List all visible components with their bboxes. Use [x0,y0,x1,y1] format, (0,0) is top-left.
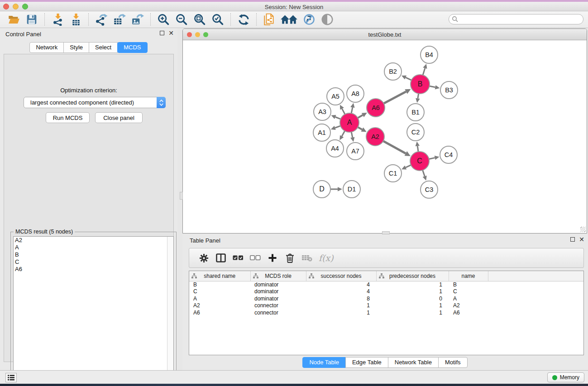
tab-network[interactable]: Network [29,42,64,53]
cell[interactable]: B [189,281,250,288]
zoom-fit-icon[interactable] [192,13,207,26]
cell[interactable]: 4 [306,288,376,295]
edge-B-B2[interactable] [406,77,411,80]
zoom-selected-icon[interactable] [210,13,225,26]
cell[interactable]: 1 [376,309,449,316]
split-view-icon[interactable] [213,250,229,266]
table-settings-icon[interactable] [196,250,212,266]
edge-A-A3[interactable] [335,117,341,119]
tab-edge-table[interactable]: Edge Table [345,357,388,368]
cell[interactable]: connector [250,302,306,310]
import-network-icon[interactable] [50,13,65,26]
cell[interactable]: C [449,288,488,295]
column-header-predecessor-nodes[interactable]: predecessor nodes [376,271,449,281]
tab-network-table[interactable]: Network Table [388,357,439,368]
cell[interactable]: 1 [376,288,449,295]
cell[interactable]: A2 [189,302,250,310]
close-table-panel-icon[interactable]: ✕ [579,237,584,242]
edge-C-C4[interactable] [429,158,435,159]
zoom-out-icon[interactable] [174,13,189,26]
cell[interactable]: A6 [449,309,488,316]
cell[interactable]: 4 [306,281,376,288]
edge-B-B4[interactable] [423,68,425,75]
tab-mcds[interactable]: MCDS [117,42,147,53]
table-row[interactable]: A2connector11A2 [189,302,583,310]
mcds-result-item[interactable]: C [14,258,173,266]
resize-grip-icon[interactable] [580,227,586,232]
close-panel-icon[interactable]: ✕ [168,31,174,35]
import-table-icon[interactable] [68,13,83,26]
home-icon[interactable] [280,13,299,26]
table-row[interactable]: Bdominator41B [189,281,583,288]
tab-node-table[interactable]: Node Table [302,357,346,368]
export-network-icon[interactable] [94,13,109,26]
cell[interactable]: dominator [250,288,306,295]
edge-A-A5[interactable] [342,109,345,114]
column-header-shared-name[interactable]: shared name [189,271,250,281]
table-row[interactable]: A6connector11A6 [189,309,583,316]
show-graphics-details-icon[interactable] [320,13,335,26]
cell[interactable]: B [449,281,488,288]
edge-A2-C[interactable] [383,141,406,153]
network-canvas[interactable]: AA1A2A3A4A5A6A7A8BB1B2B3B4CC1C2C3C4DD1 [183,40,587,233]
task-history-button[interactable] [5,373,17,382]
delete-column-icon[interactable] [282,250,298,266]
result-scrollbar[interactable] [167,237,173,384]
add-column-icon[interactable] [264,250,281,266]
refresh-icon[interactable] [236,13,251,26]
cell[interactable]: connector [250,309,306,316]
delete-table-icon[interactable] [299,250,315,266]
cell[interactable]: A6 [189,309,250,316]
open-session-icon[interactable] [6,13,21,26]
edge-A-A2[interactable] [358,127,362,129]
mcds-result-item[interactable]: A [14,244,173,251]
edge-C-C1[interactable] [406,165,411,167]
export-image-icon[interactable] [130,13,145,26]
zoom-in-icon[interactable] [156,13,171,26]
float-panel-icon[interactable] [160,31,164,35]
export-table-icon[interactable] [112,13,127,26]
run-mcds-button[interactable]: Run MCDS [46,112,90,123]
tab-motifs[interactable]: Motifs [438,357,468,368]
mcds-result-item[interactable]: A6 [14,266,173,273]
edge-B-B1[interactable] [418,94,419,99]
cell[interactable]: 1 [376,302,449,310]
cell[interactable]: dominator [250,295,306,302]
cell[interactable]: 1 [306,309,376,316]
cell[interactable]: 0 [376,295,449,302]
edge-A-A1[interactable] [335,126,340,128]
edge-A-A6[interactable] [358,115,363,118]
cell[interactable]: C [189,288,250,295]
select-all-icon[interactable] [230,250,246,266]
table-row[interactable]: Cdominator41C [189,288,583,295]
memory-button[interactable]: Memory [547,372,584,382]
column-header-MCDS-role[interactable]: MCDS role [250,271,306,281]
edge-A-A8[interactable] [351,107,353,113]
cell[interactable]: A2 [449,302,488,310]
column-header-name[interactable]: name [449,271,488,281]
hide-annotations-icon[interactable] [301,13,317,26]
criterion-dropdown[interactable]: largest connected component (directed) [24,97,166,108]
mcds-result-item[interactable]: B [14,251,173,258]
mcds-result-item[interactable]: A2 [14,237,173,244]
close-panel-button[interactable]: Close panel [95,112,143,123]
edge-B-B3[interactable] [430,86,435,87]
cell[interactable]: A [189,295,250,302]
edge-A-A7[interactable] [351,132,352,138]
float-table-panel-icon[interactable] [570,237,575,242]
function-builder-icon[interactable]: f(x) [319,253,334,263]
cell[interactable]: 1 [376,281,449,288]
edge-A-A4[interactable] [342,131,345,136]
column-header-successor-nodes[interactable]: successor nodes [306,271,376,281]
clone-network-icon[interactable] [262,13,277,26]
cell[interactable]: 8 [306,295,376,302]
edge-C-C3[interactable] [423,170,425,176]
tab-select[interactable]: Select [89,42,118,53]
cell[interactable]: 1 [306,302,376,310]
cell[interactable]: A [449,295,488,302]
tab-style[interactable]: Style [63,42,89,53]
edge-A6-B[interactable] [384,91,406,103]
splitter-handle-vertical[interactable] [180,192,183,200]
search-input[interactable] [449,14,583,24]
edge-C-C2[interactable] [417,146,418,152]
